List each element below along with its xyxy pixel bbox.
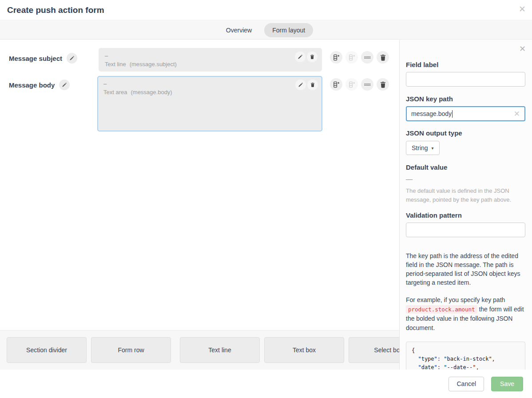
panel-close-icon[interactable]: ✕ bbox=[519, 45, 526, 53]
tab-form-layout[interactable]: Form layout bbox=[264, 23, 313, 37]
save-button[interactable]: Save bbox=[491, 377, 523, 391]
modal-footer: Cancel Save bbox=[0, 370, 532, 398]
palette-item-select-box[interactable]: Select box bbox=[349, 337, 399, 363]
add-column-icon bbox=[333, 81, 340, 88]
text-cursor bbox=[452, 110, 453, 118]
field-key-path: (message.body) bbox=[131, 89, 172, 96]
trash-icon bbox=[379, 54, 387, 61]
field-key-path: (message.subject) bbox=[130, 61, 177, 68]
tab-bar: Overview Form layout bbox=[0, 21, 532, 40]
delete-row-button[interactable] bbox=[377, 78, 389, 91]
row-actions bbox=[330, 51, 389, 64]
drag-handle-icon bbox=[364, 81, 371, 88]
add-column-icon bbox=[333, 54, 340, 61]
json-output-type-heading: JSON output type bbox=[406, 129, 525, 137]
field-meta: Text line(message.subject) bbox=[105, 60, 316, 68]
chevron-down-icon: ▾ bbox=[432, 146, 434, 151]
drag-row-handle[interactable] bbox=[361, 51, 373, 64]
pencil-icon bbox=[298, 54, 303, 60]
drag-handle-icon bbox=[364, 54, 371, 61]
edit-row-label-button[interactable] bbox=[67, 53, 77, 64]
inline-code-key-path: product.stock.amount bbox=[406, 305, 477, 314]
delete-row-button[interactable] bbox=[377, 51, 389, 64]
field-editor-panel: ✕ Field label JSON key path message.body… bbox=[399, 40, 532, 370]
palette-item-text-box[interactable]: Text box bbox=[264, 337, 344, 363]
remove-column-button bbox=[345, 78, 358, 91]
modal-content: Message subject – Text line(message.subj… bbox=[0, 40, 532, 370]
close-icon[interactable]: ✕ bbox=[519, 5, 526, 13]
pencil-icon bbox=[298, 82, 303, 88]
default-value-display: — bbox=[406, 175, 525, 183]
add-column-button[interactable] bbox=[330, 78, 342, 91]
cancel-button[interactable]: Cancel bbox=[449, 377, 484, 391]
default-value-heading: Default value bbox=[406, 163, 525, 171]
field-label-input[interactable] bbox=[406, 72, 525, 87]
json-example-code-block: { "type": "back-in-stock", "date": "--da… bbox=[406, 342, 525, 370]
remove-column-button bbox=[345, 51, 358, 64]
field-type: Text line bbox=[105, 61, 126, 68]
delete-field-button[interactable] bbox=[307, 52, 318, 62]
json-key-path-input[interactable]: message.body ✕ bbox=[406, 106, 525, 121]
remove-column-icon bbox=[348, 54, 356, 61]
row-label: Message subject bbox=[9, 55, 62, 62]
edit-field-button[interactable] bbox=[295, 80, 306, 90]
json-output-type-value: String bbox=[412, 144, 428, 151]
form-row-label-message-subject: Message subject bbox=[9, 53, 77, 64]
json-key-path-heading: JSON key path bbox=[406, 95, 525, 103]
field-type-palette: Section divider Form row Text line Text … bbox=[0, 330, 399, 370]
row-actions bbox=[330, 78, 389, 91]
edit-field-button[interactable] bbox=[295, 52, 306, 62]
default-value-help: The default value is defined in the JSON… bbox=[406, 187, 525, 204]
key-path-example-paragraph: For example, if you specify key path pro… bbox=[406, 295, 525, 333]
validation-pattern-heading: Validation pattern bbox=[406, 211, 525, 219]
remove-column-icon bbox=[348, 81, 356, 88]
field-default-dash: – bbox=[105, 52, 316, 60]
clear-input-icon[interactable]: ✕ bbox=[514, 110, 520, 118]
drag-row-handle[interactable] bbox=[361, 78, 373, 91]
field-default-dash: – bbox=[103, 80, 316, 88]
field-card-buttons bbox=[295, 80, 318, 90]
palette-item-form-row[interactable]: Form row bbox=[91, 337, 171, 363]
palette-item-text-line[interactable]: Text line bbox=[180, 337, 260, 363]
trash-icon bbox=[310, 54, 315, 60]
key-path-help-paragraph: The key path is the address of the edite… bbox=[406, 251, 525, 287]
field-type: Text area bbox=[103, 89, 127, 96]
field-meta: Text area(message.body) bbox=[103, 88, 316, 96]
row-label: Message body bbox=[9, 81, 55, 89]
tab-overview[interactable]: Overview bbox=[219, 23, 259, 37]
edit-row-label-button[interactable] bbox=[59, 80, 70, 90]
field-card-buttons bbox=[295, 52, 318, 62]
validation-pattern-input[interactable] bbox=[406, 223, 525, 237]
field-label-heading: Field label bbox=[406, 61, 525, 68]
form-row-label-message-body: Message body bbox=[9, 80, 70, 90]
palette-item-section-divider[interactable]: Section divider bbox=[7, 337, 87, 363]
pencil-icon bbox=[62, 82, 67, 88]
delete-field-button[interactable] bbox=[307, 80, 318, 90]
add-column-button[interactable] bbox=[330, 51, 342, 64]
create-push-action-form-modal: Create push action form ✕ Overview Form … bbox=[0, 0, 532, 398]
pencil-icon bbox=[69, 56, 75, 61]
trash-icon bbox=[379, 81, 387, 88]
field-card-message-body-selected[interactable]: – Text area(message.body) bbox=[97, 76, 322, 131]
page-title: Create push action form bbox=[7, 5, 104, 15]
trash-icon bbox=[310, 82, 315, 88]
json-output-type-dropdown[interactable]: String ▾ bbox=[406, 141, 440, 155]
modal-header: Create push action form ✕ bbox=[0, 0, 532, 20]
field-card-message-subject[interactable]: – Text line(message.subject) bbox=[99, 48, 322, 72]
form-builder-canvas: Message subject – Text line(message.subj… bbox=[0, 40, 399, 370]
json-key-path-value: message.body bbox=[411, 110, 452, 117]
